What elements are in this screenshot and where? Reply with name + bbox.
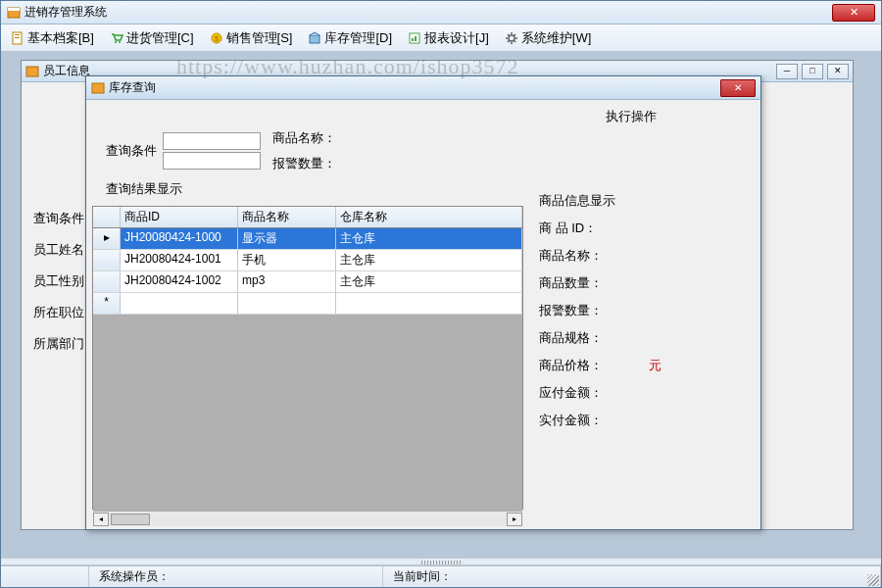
col-product-id[interactable]: 商品ID: [121, 207, 238, 227]
field-product-name: 商品名称：: [272, 129, 336, 147]
field-alarm-qty: 报警数量：: [272, 155, 336, 172]
menu-inventory[interactable]: 库存管理[D]: [304, 27, 396, 49]
menu-basic[interactable]: 基本档案[B]: [7, 27, 98, 49]
grid-body: ▸ JH20080424-1000 显示器 主仓库 JH20080424-100…: [93, 228, 522, 511]
info-name-label: 商品名称：: [539, 247, 610, 265]
menu-sales[interactable]: $销售管理[S]: [206, 27, 297, 49]
box-icon: [308, 31, 321, 45]
dialog-title: 库存查询: [109, 79, 720, 96]
currency-unit: 元: [649, 357, 662, 374]
coin-icon: $: [210, 31, 223, 45]
main-window: 进销存管理系统 ✕ 基本档案[B] 进货管理[C] $销售管理[S] 库存管理[…: [0, 0, 882, 588]
employee-title: 员工信息: [43, 63, 90, 79]
col-product-name[interactable]: 商品名称: [238, 207, 336, 227]
menubar: 基本档案[B] 进货管理[C] $销售管理[S] 库存管理[D] 报表设计[J]…: [1, 24, 881, 52]
product-info-panel: 商品信息显示 商 品 ID： 商品名称： 商品数量： 报警数量： 商品规格： 商…: [539, 192, 745, 439]
dialog-body: 执行操作 查询条件 商品名称： 报警数量： 查询结果显示: [86, 100, 760, 529]
svg-text:$: $: [215, 35, 219, 42]
alarm-qty-input[interactable]: [163, 152, 261, 170]
report-icon: [408, 31, 421, 45]
employee-max-button[interactable]: □: [802, 64, 823, 79]
info-price-label: 商品价格：: [539, 357, 610, 374]
info-payable-label: 应付金额：: [539, 384, 610, 402]
main-titlebar[interactable]: 进销存管理系统 ✕: [1, 1, 881, 24]
scroll-thumb[interactable]: [111, 514, 150, 525]
svg-rect-15: [92, 83, 104, 93]
info-spec-label: 商品规格：: [539, 329, 610, 347]
grid-empty-area: [93, 315, 522, 511]
new-row-icon: *: [93, 293, 121, 314]
info-title: 商品信息显示: [539, 192, 745, 210]
cart-icon: [110, 31, 123, 45]
exec-label: 执行操作: [606, 108, 657, 125]
svg-point-5: [115, 41, 117, 43]
grid-hscrollbar[interactable]: ◂ ▸: [93, 511, 522, 526]
svg-rect-11: [412, 38, 414, 41]
info-qty-label: 商品数量：: [539, 274, 610, 292]
dialog-close-button[interactable]: ✕: [720, 79, 756, 97]
dialog-titlebar[interactable]: 库存查询 ✕: [86, 76, 760, 100]
svg-rect-3: [15, 34, 20, 35]
main-title: 进销存管理系统: [24, 4, 832, 21]
table-row[interactable]: JH20080424-1001 手机 主仓库: [93, 250, 522, 271]
splitter[interactable]: [1, 558, 881, 565]
status-operator: 系统操作员：: [89, 566, 383, 587]
table-row[interactable]: JH20080424-1002 mp3 主仓库: [93, 271, 522, 293]
row-indicator-icon: ▸: [93, 228, 121, 249]
svg-point-6: [119, 41, 121, 43]
statusbar: 系统操作员： 当前时间：: [1, 565, 881, 587]
product-name-input[interactable]: [163, 132, 261, 150]
info-id-label: 商 品 ID：: [539, 220, 610, 237]
main-close-button[interactable]: ✕: [832, 4, 875, 22]
employee-field-labels: 查询条件 员工姓名: 员工性别: 所在职位: 所属部门:: [33, 210, 88, 353]
employee-close-button[interactable]: ✕: [827, 64, 849, 79]
scroll-left-icon[interactable]: ◂: [93, 513, 109, 526]
menu-system[interactable]: 系统维护[W]: [501, 27, 596, 49]
table-new-row[interactable]: *: [93, 293, 522, 315]
status-time: 当前时间：: [383, 566, 881, 587]
result-grid[interactable]: 商品ID 商品名称 仓库名称 ▸ JH20080424-1000 显示器 主仓库: [92, 206, 523, 510]
mdi-area: 员工信息 ─ □ ✕ 查询条件 员工姓名: 员工性别: 所在职位: 所属部门: …: [1, 52, 881, 564]
form-icon: [25, 65, 39, 78]
menu-purchase[interactable]: 进货管理[C]: [106, 27, 198, 49]
svg-rect-9: [310, 35, 319, 43]
form-icon: [91, 81, 105, 95]
info-alarm-label: 报警数量：: [539, 302, 610, 319]
employee-min-button[interactable]: ─: [776, 64, 798, 79]
svg-rect-1: [8, 8, 20, 11]
svg-rect-12: [415, 36, 416, 41]
menu-report[interactable]: 报表设计[J]: [404, 27, 493, 49]
info-paid-label: 实付金额：: [539, 412, 610, 429]
search-row: 查询条件 商品名称： 报警数量：: [102, 129, 745, 172]
table-row[interactable]: ▸ JH20080424-1000 显示器 主仓库: [93, 228, 522, 250]
search-label: 查询条件: [102, 142, 157, 160]
doc-icon: [11, 31, 24, 45]
svg-rect-4: [15, 37, 20, 38]
svg-rect-14: [26, 67, 38, 76]
resize-grip-icon[interactable]: [867, 574, 879, 586]
inventory-query-dialog: 库存查询 ✕ 执行操作 查询条件 商品名称： 报警数量： 查询结果显示: [85, 75, 761, 530]
svg-point-13: [509, 35, 514, 41]
grid-header: 商品ID 商品名称 仓库名称: [93, 207, 522, 228]
col-warehouse[interactable]: 仓库名称: [336, 207, 522, 227]
app-icon: [7, 6, 21, 20]
gear-icon: [505, 31, 518, 45]
grip-icon: [421, 561, 461, 564]
scroll-right-icon[interactable]: ▸: [507, 513, 522, 526]
